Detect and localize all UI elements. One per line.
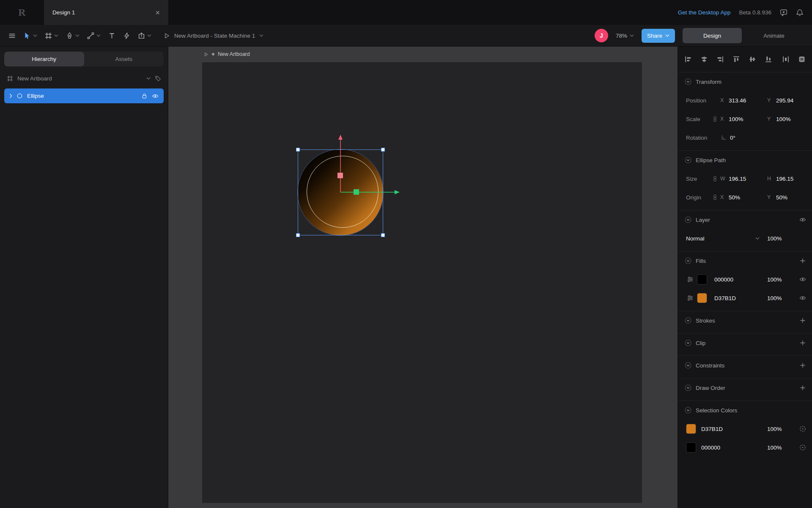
selection-color-opacity[interactable]: 100% bbox=[767, 426, 782, 432]
artboard-state-machine-menu[interactable]: New Artboard - State Machine 1 bbox=[164, 33, 263, 39]
selection-handle-nw[interactable] bbox=[296, 148, 300, 152]
transform-header[interactable]: Transform bbox=[678, 72, 812, 91]
origin-x-value[interactable]: 50% bbox=[729, 194, 740, 201]
eye-visibility-icon[interactable] bbox=[152, 93, 159, 99]
position-y-value[interactable]: 295.94 bbox=[776, 97, 793, 104]
selection-handle-sw[interactable] bbox=[296, 233, 300, 237]
events-tool-button[interactable] bbox=[119, 28, 134, 44]
canvas[interactable]: New Artboard bbox=[168, 47, 678, 508]
artboard[interactable] bbox=[202, 62, 642, 503]
document-tab[interactable]: Design 1 × bbox=[44, 0, 168, 25]
align-right-icon[interactable] bbox=[717, 56, 724, 63]
collapse-chevron-icon[interactable] bbox=[685, 78, 691, 85]
link-proportions-icon[interactable] bbox=[712, 116, 718, 122]
add-constraint-icon[interactable] bbox=[799, 362, 806, 369]
shapes-tool-button[interactable] bbox=[83, 28, 104, 44]
draw-order-header[interactable]: Draw Order bbox=[678, 378, 812, 397]
chevron-down-icon[interactable] bbox=[33, 34, 37, 37]
size-w-value[interactable]: 196.15 bbox=[729, 176, 746, 182]
eye-visibility-icon[interactable] bbox=[799, 276, 806, 283]
chevron-down-icon[interactable] bbox=[665, 34, 669, 37]
distribute-horizontal-icon[interactable] bbox=[782, 56, 789, 63]
fill-options-icon[interactable] bbox=[687, 276, 694, 283]
tree-item-artboard[interactable]: New Artboard bbox=[0, 70, 168, 87]
chevron-right-icon[interactable] bbox=[9, 94, 12, 98]
lock-icon[interactable] bbox=[141, 93, 148, 99]
color-swatch[interactable] bbox=[686, 443, 696, 452]
align-top-icon[interactable] bbox=[733, 56, 740, 63]
export-button[interactable] bbox=[134, 28, 155, 44]
collapse-chevron-icon[interactable] bbox=[685, 407, 691, 414]
tab-close-icon[interactable]: × bbox=[155, 9, 160, 17]
play-icon[interactable] bbox=[164, 33, 170, 39]
notifications-bell-icon[interactable] bbox=[796, 9, 804, 17]
main-menu-button[interactable] bbox=[6, 28, 20, 44]
artboard-tool-button[interactable] bbox=[41, 28, 62, 44]
layer-opacity-value[interactable]: 100% bbox=[767, 235, 782, 242]
share-button[interactable]: Share bbox=[642, 29, 675, 43]
add-clip-icon[interactable] bbox=[799, 340, 806, 346]
link-proportions-icon[interactable] bbox=[712, 176, 718, 182]
align-bottom-icon[interactable] bbox=[765, 56, 772, 63]
fill-row[interactable]: D37B1D 100% bbox=[678, 289, 812, 307]
selection-handle-se[interactable] bbox=[381, 233, 385, 237]
chevron-down-icon[interactable] bbox=[259, 34, 263, 37]
fill-opacity-value[interactable]: 100% bbox=[767, 295, 782, 301]
scale-y-value[interactable]: 100% bbox=[776, 116, 791, 122]
blend-mode-value[interactable]: Normal bbox=[686, 235, 705, 242]
target-select-icon[interactable] bbox=[799, 444, 806, 451]
align-center-vertical-icon[interactable] bbox=[749, 56, 756, 63]
transform-gizmo[interactable] bbox=[336, 133, 404, 196]
fills-header[interactable]: Fills bbox=[678, 251, 812, 270]
play-icon[interactable] bbox=[204, 52, 208, 57]
color-swatch[interactable] bbox=[697, 275, 707, 284]
artboard-canvas-label[interactable]: New Artboard bbox=[204, 51, 250, 57]
collapse-chevron-icon[interactable] bbox=[685, 362, 691, 369]
chevron-down-icon[interactable] bbox=[147, 34, 151, 37]
chevron-down-icon[interactable] bbox=[75, 34, 80, 37]
rive-logo[interactable]: R bbox=[0, 0, 44, 25]
color-swatch[interactable] bbox=[686, 424, 696, 433]
spacing-options-icon[interactable] bbox=[798, 56, 805, 63]
origin-y-value[interactable]: 50% bbox=[776, 194, 787, 201]
collapse-chevron-icon[interactable] bbox=[685, 157, 691, 163]
pen-tool-button[interactable] bbox=[62, 28, 83, 44]
layer-header[interactable]: Layer bbox=[678, 210, 812, 229]
selection-color-row[interactable]: 000000 100% bbox=[678, 438, 812, 457]
add-fill-icon[interactable] bbox=[799, 257, 806, 264]
selection-color-row[interactable]: D37B1D 100% bbox=[678, 420, 812, 438]
collapse-chevron-icon[interactable] bbox=[685, 340, 691, 346]
selection-colors-header[interactable]: Selection Colors bbox=[678, 401, 812, 420]
selection-color-hex[interactable]: D37B1D bbox=[701, 426, 723, 432]
eye-visibility-icon[interactable] bbox=[799, 295, 806, 301]
scale-x-value[interactable]: 100% bbox=[729, 116, 743, 122]
collapse-chevron-icon[interactable] bbox=[685, 384, 691, 391]
chevron-down-icon[interactable] bbox=[54, 34, 58, 37]
design-mode-button[interactable]: Design bbox=[683, 28, 742, 43]
collapse-chevron-icon[interactable] bbox=[685, 216, 691, 223]
constraints-header[interactable]: Constraints bbox=[678, 356, 812, 375]
gizmo-x-arrowhead[interactable] bbox=[395, 190, 400, 194]
fill-opacity-value[interactable]: 100% bbox=[767, 276, 782, 283]
gizmo-x-handle[interactable] bbox=[354, 189, 359, 195]
select-tool-button[interactable] bbox=[20, 28, 41, 44]
feedback-icon[interactable] bbox=[780, 9, 787, 17]
chevron-down-icon[interactable] bbox=[755, 237, 760, 240]
collapse-chevron-icon[interactable] bbox=[685, 317, 691, 324]
gizmo-y-arrowhead[interactable] bbox=[338, 135, 343, 140]
link-proportions-icon[interactable] bbox=[712, 194, 718, 201]
desktop-app-link[interactable]: Get the Desktop App bbox=[678, 9, 731, 16]
fill-options-icon[interactable] bbox=[687, 295, 694, 301]
clip-header[interactable]: Clip bbox=[678, 334, 812, 352]
gizmo-y-handle[interactable] bbox=[337, 173, 343, 178]
align-center-horizontal-icon[interactable] bbox=[701, 56, 708, 63]
ellipse-path-header[interactable]: Ellipse Path bbox=[678, 151, 812, 169]
chevron-down-icon[interactable] bbox=[96, 34, 101, 37]
tag-icon[interactable] bbox=[155, 75, 161, 82]
user-avatar[interactable]: J bbox=[595, 29, 608, 42]
color-swatch[interactable] bbox=[697, 293, 707, 303]
zoom-control[interactable]: 78% bbox=[616, 33, 634, 39]
tab-hierarchy[interactable]: Hierarchy bbox=[4, 52, 84, 66]
fill-hex-value[interactable]: 000000 bbox=[714, 276, 733, 283]
tree-item-ellipse[interactable]: Ellipse bbox=[4, 88, 164, 103]
